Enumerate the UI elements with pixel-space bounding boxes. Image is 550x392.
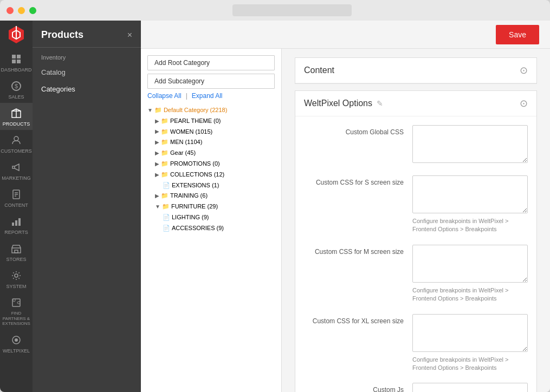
svg-rect-6 — [17, 60, 21, 63]
field-custom-css-m-hint: Configure breakpoints in WeltPixel > Fro… — [412, 286, 528, 303]
content-section-toggle[interactable]: ⊙ — [520, 64, 528, 76]
gear-icon — [10, 270, 22, 282]
folder-icon-men: 📁 — [161, 137, 169, 148]
form-content-area: Content ⊙ WeltPixel Options ✎ ⊙ — [282, 49, 550, 392]
panel-nav-catalog[interactable]: Catalog — [33, 64, 141, 81]
tree-node-default-category[interactable]: ▼ 📁 Default Category (2218) — [147, 105, 275, 116]
save-button[interactable]: Save — [496, 25, 539, 44]
folder-icon-women: 📁 — [161, 127, 169, 138]
maximize-button[interactable] — [29, 7, 36, 14]
box-icon — [10, 107, 22, 119]
document-icon — [10, 188, 22, 200]
svg-rect-19 — [18, 218, 21, 226]
app-layout: DASHBOARD $ SALES PRODUCTS — [0, 21, 550, 392]
custom-js-input[interactable] — [412, 383, 528, 392]
puzzle-icon — [10, 297, 22, 309]
close-button[interactable] — [7, 7, 14, 14]
svg-point-11 — [14, 136, 18, 141]
add-subcategory-button[interactable]: Add Subcategory — [147, 74, 275, 89]
tree-label-promotions: PROMOTIONS (0) — [170, 159, 220, 169]
sidebar-item-weltpixel[interactable]: WELTPIXEL — [0, 330, 33, 357]
tree-separator: | — [186, 92, 187, 100]
collapse-all-link[interactable]: Collapse All — [147, 92, 182, 100]
svg-rect-4 — [17, 55, 21, 58]
tree-label-gear: Gear (45) — [170, 148, 196, 159]
panel-title: Products — [41, 29, 83, 41]
tree-node-furniture: ▼ 📁 FURNITURE (29) 📄 LIGHTING (9) — [155, 201, 275, 233]
sidebar-item-marketing[interactable]: MARKETING — [0, 157, 33, 184]
custom-css-m-input[interactable] — [412, 245, 528, 283]
expand-all-link[interactable]: Expand All — [192, 92, 223, 100]
custom-global-css-input[interactable] — [412, 125, 528, 163]
tree-node-collections: ▶ 📁 COLLECTIONS (12) 📄 EXTENSIONS (1) — [155, 169, 275, 191]
file-icon-lighting: 📄 — [163, 212, 170, 223]
field-custom-css-s-hint: Configure breakpoints in WeltPixel > Fro… — [412, 217, 528, 234]
products-panel: Products × Inventory Catalog Categories — [33, 21, 141, 392]
tree-label-pearl: PEARL THEME (0) — [170, 116, 221, 127]
tree-label-collections: COLLECTIONS (12) — [170, 169, 224, 180]
url-bar[interactable] — [232, 4, 352, 16]
sidebar-item-content[interactable]: CONTENT — [0, 184, 33, 211]
sidebar-item-sales-label: SALES — [8, 94, 24, 100]
weltpixel-section-header[interactable]: WeltPixel Options ✎ ⊙ — [295, 91, 536, 116]
add-root-category-button[interactable]: Add Root Category — [147, 55, 275, 70]
sidebar-item-customers[interactable]: CUSTOMERS — [0, 130, 33, 157]
folder-icon-gear: 📁 — [161, 148, 169, 159]
panel-header: Products × — [33, 21, 141, 48]
field-custom-css-m-label: Custom CSS for M screen size — [304, 245, 412, 256]
minimize-button[interactable] — [18, 7, 25, 14]
svg-rect-23 — [12, 299, 20, 306]
weltpixel-edit-icon[interactable]: ✎ — [377, 99, 383, 108]
custom-css-s-input[interactable] — [412, 175, 528, 213]
field-custom-css-xl: Custom CSS for XL screen size Configure … — [304, 314, 528, 373]
svg-rect-5 — [12, 60, 16, 63]
content-section-header[interactable]: Content ⊙ — [295, 58, 536, 83]
sidebar-item-reports-label: REPORTS — [4, 230, 28, 235]
grid-icon — [10, 53, 22, 65]
magento-logo — [7, 25, 26, 44]
tree-label-training: TRAINING (6) — [170, 191, 208, 201]
sidebar-item-marketing-label: MARKETING — [2, 175, 31, 181]
sidebar-item-sales[interactable]: $ SALES — [0, 76, 33, 103]
svg-rect-17 — [12, 223, 14, 226]
panel-close-button[interactable]: × — [127, 30, 132, 40]
weltpixel-section: WeltPixel Options ✎ ⊙ Custom Global CSS — [295, 90, 537, 392]
category-tree-panel: Add Root Category Add Subcategory Collap… — [141, 49, 282, 392]
folder-icon-default: 📁 — [154, 105, 162, 116]
tree-label-extensions: EXTENSIONS (1) — [172, 180, 219, 191]
folder-icon-pearl: 📁 — [161, 116, 169, 127]
tree-label-accessories: ACCESSORIES (9) — [172, 223, 224, 234]
sidebar-item-stores[interactable]: STORES — [0, 238, 33, 265]
tree-node-extensions: 📄 EXTENSIONS (1) — [163, 180, 275, 191]
field-custom-css-xl-hint: Configure breakpoints in WeltPixel > Fro… — [412, 356, 528, 373]
tree-node-training: ▶ 📁 TRAINING (6) — [155, 191, 275, 201]
tree-node-gear: ▶ 📁 Gear (45) — [155, 148, 275, 159]
content-section-title: Content — [304, 66, 334, 75]
field-custom-js-label: Custom Js — [304, 383, 412, 392]
sidebar: DASHBOARD $ SALES PRODUCTS — [0, 21, 33, 392]
main-body: Add Root Category Add Subcategory Collap… — [141, 49, 550, 392]
field-custom-css-m-wrap: Configure breakpoints in WeltPixel > Fro… — [412, 245, 528, 303]
sidebar-item-reports[interactable]: REPORTS — [0, 211, 33, 238]
custom-css-xl-input[interactable] — [412, 314, 528, 352]
content-section: Content ⊙ — [295, 57, 537, 84]
file-icon-extensions: 📄 — [163, 180, 170, 191]
sidebar-item-customers-label: CUSTOMERS — [1, 148, 31, 154]
sidebar-item-dashboard[interactable]: DASHBOARD — [0, 49, 33, 76]
field-custom-css-m: Custom CSS for M screen size Configure b… — [304, 245, 528, 303]
sidebar-item-find-partners[interactable]: FIND PARTNERS & EXTENSIONS — [0, 292, 33, 330]
weltpixel-section-toggle[interactable]: ⊙ — [520, 97, 528, 109]
file-icon-accessories: 📄 — [163, 223, 170, 234]
sidebar-item-system[interactable]: SYSTEM — [0, 265, 33, 292]
tree-node-women: ▶ 📁 WOMEN (1015) — [155, 127, 275, 138]
tree-node-promotions: ▶ 📁 PROMOTIONS (0) — [155, 159, 275, 169]
sidebar-item-products[interactable]: PRODUCTS — [0, 103, 33, 130]
folder-icon-furniture: 📁 — [162, 201, 170, 212]
field-custom-global-css-wrap — [412, 125, 528, 165]
svg-point-22 — [15, 274, 18, 277]
sidebar-item-stores-label: STORES — [7, 257, 27, 262]
panel-nav-categories[interactable]: Categories — [33, 81, 141, 97]
panel-section-inventory: Inventory — [33, 48, 141, 64]
tree-node-default-category-label: Default Category (2218) — [164, 105, 227, 116]
sidebar-item-content-label: CONTENT — [4, 202, 28, 208]
